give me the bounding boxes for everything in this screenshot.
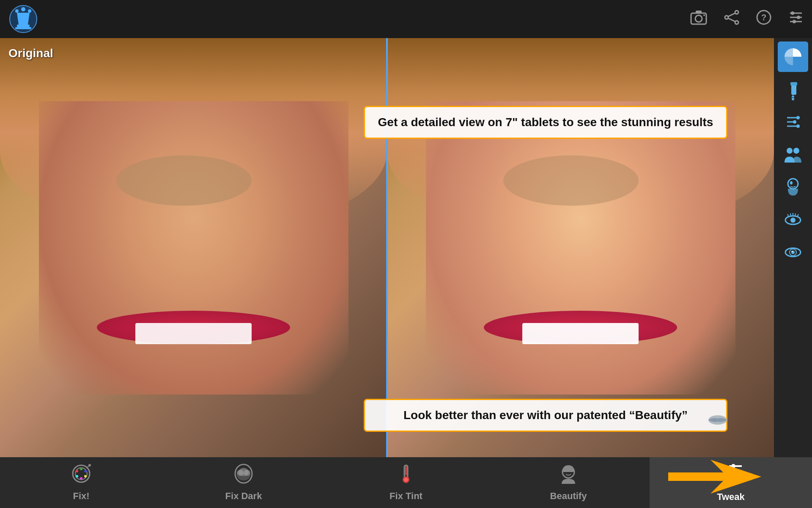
svg-point-13 [725, 16, 728, 19]
svg-point-59 [88, 464, 91, 467]
svg-point-56 [80, 477, 82, 480]
svg-line-14 [728, 13, 735, 17]
svg-point-23 [793, 20, 796, 23]
sidebar-item-thermometer[interactable] [778, 108, 808, 138]
lips-icon [707, 414, 728, 426]
svg-rect-27 [790, 82, 797, 86]
svg-point-3 [28, 9, 31, 13]
sidebar-item-eye-color[interactable] [778, 236, 808, 267]
svg-point-28 [792, 98, 794, 100]
eye-area-left [116, 155, 252, 206]
original-image [0, 38, 387, 457]
header-actions: ? [690, 10, 804, 29]
svg-point-52 [76, 470, 78, 472]
beautify-tooltip-text: Look better than ever with our patented … [374, 408, 717, 423]
svg-point-12 [735, 21, 738, 24]
svg-point-21 [791, 11, 794, 15]
beautify-tooltip: Look better than ever with our patented … [364, 399, 727, 432]
svg-point-53 [80, 468, 82, 470]
right-sidebar [774, 38, 812, 457]
svg-line-45 [797, 214, 798, 217]
fix-tint-label: Fix Tint [390, 491, 422, 502]
svg-line-15 [728, 18, 735, 22]
svg-point-32 [796, 116, 800, 119]
original-label: Original [8, 47, 53, 60]
beautify-icon [557, 464, 579, 488]
svg-text:?: ? [761, 13, 766, 22]
bottom-toolbar: Fix! Fix Dark Fix Tint [0, 457, 812, 508]
toolbar-fix-dark[interactable]: Fix Dark [162, 457, 325, 508]
face-skin-right [426, 101, 735, 395]
svg-point-55 [84, 475, 87, 478]
svg-marker-4 [17, 13, 30, 25]
fix-dark-icon [233, 464, 255, 488]
svg-point-36 [793, 148, 799, 154]
svg-point-40 [790, 218, 796, 223]
sidebar-item-face[interactable] [778, 172, 808, 202]
svg-point-22 [797, 16, 800, 19]
fix-label: Fix! [73, 491, 89, 502]
detail-tooltip-text: Get a detailed view on 7" tablets to see… [374, 115, 717, 130]
svg-point-70 [565, 470, 567, 472]
svg-point-68 [404, 478, 408, 482]
svg-point-2 [15, 9, 19, 13]
svg-line-41 [787, 214, 789, 217]
sidebar-item-dropper[interactable] [778, 75, 808, 106]
app-logo [8, 4, 38, 34]
fix-tint-icon [395, 464, 417, 488]
svg-point-1 [21, 7, 25, 11]
main-image-area: Original Get a detailed view on 7" table… [0, 38, 774, 457]
help-icon[interactable]: ? [756, 10, 771, 29]
header-bar: ? [0, 0, 812, 38]
svg-point-49 [792, 251, 793, 252]
sidebar-item-group[interactable] [778, 140, 808, 170]
arrow-indicator [668, 456, 761, 500]
eye-area-right [503, 155, 639, 206]
svg-rect-6 [15, 27, 31, 29]
svg-point-11 [735, 11, 738, 14]
sidebar-item-eye-lashes[interactable] [778, 204, 808, 235]
sliders-icon[interactable] [788, 10, 804, 29]
svg-point-33 [793, 120, 796, 124]
logo-area [8, 4, 38, 34]
svg-marker-26 [791, 95, 795, 97]
fix-icon [70, 464, 92, 488]
toolbar-beautify[interactable]: Beautify [487, 457, 650, 508]
toolbar-fix[interactable]: Fix! [0, 457, 162, 508]
svg-rect-5 [17, 25, 30, 27]
svg-point-10 [703, 14, 705, 16]
svg-rect-66 [405, 466, 407, 475]
toolbar-fix-tint[interactable]: Fix Tint [325, 457, 487, 508]
beautified-image [387, 38, 774, 457]
svg-point-63 [237, 470, 244, 476]
svg-marker-81 [668, 460, 761, 494]
svg-point-71 [570, 470, 572, 472]
svg-point-64 [244, 470, 250, 476]
fix-dark-label: Fix Dark [225, 491, 262, 502]
share-icon[interactable] [724, 10, 739, 29]
svg-point-34 [796, 124, 800, 128]
svg-point-35 [787, 148, 793, 154]
svg-point-54 [84, 470, 87, 472]
detail-tooltip: Get a detailed view on 7" tablets to see… [364, 106, 727, 139]
svg-line-42 [790, 213, 791, 216]
beautify-label: Beautify [550, 491, 587, 502]
teeth-right [522, 323, 639, 344]
before-after-container: Original Get a detailed view on 7" table… [0, 38, 774, 457]
face-skin-left [39, 101, 348, 395]
teeth-left [135, 323, 252, 344]
svg-line-44 [795, 213, 796, 216]
svg-point-38 [790, 181, 793, 185]
svg-point-8 [695, 15, 702, 22]
svg-point-57 [76, 475, 78, 478]
before-after-divider[interactable] [386, 38, 388, 457]
camera-icon[interactable] [690, 10, 707, 29]
svg-rect-9 [696, 11, 702, 14]
sidebar-item-palette[interactable] [778, 41, 808, 72]
